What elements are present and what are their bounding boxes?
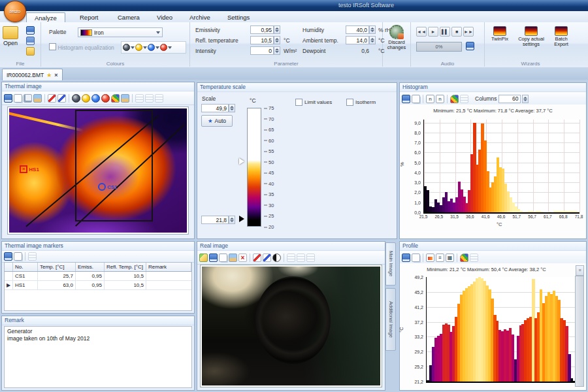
image-overlay-icon[interactable]: [121, 94, 129, 103]
table-row[interactable]: CS1 25,7 0,95 10,5: [5, 272, 191, 281]
hot-spot-yellow-icon[interactable]: [135, 44, 142, 51]
temperature-color-bar[interactable]: [247, 108, 261, 227]
open-button[interactable]: Open: [3, 26, 18, 46]
scale-max-spinner[interactable]: [229, 104, 235, 112]
ambient-temp-spinner[interactable]: [369, 36, 376, 44]
emissivity-spinner[interactable]: [274, 25, 280, 34]
cold-spot-marker[interactable]: CS1: [98, 183, 118, 191]
remark-textarea[interactable]: Generator image taken on 10th of May 201…: [4, 326, 192, 388]
grid-export-icon[interactable]: [155, 94, 163, 103]
pause-button[interactable]: ▌▌: [440, 27, 450, 37]
draw-marker-icon[interactable]: [48, 94, 56, 103]
stop-button[interactable]: ■: [451, 27, 462, 37]
copy-icon[interactable]: [219, 253, 227, 262]
temp-point-icon[interactable]: [72, 94, 80, 103]
row-selector-arrow[interactable]: ▶: [5, 281, 13, 289]
save-icon[interactable]: [4, 94, 12, 103]
palette-icon[interactable]: [460, 253, 468, 262]
save-icon[interactable]: [209, 253, 218, 262]
hot-spot-red-icon[interactable]: [160, 44, 167, 51]
humidity-spinner[interactable]: [369, 25, 376, 34]
copy-actual-settings-button[interactable]: Copy actual settings: [516, 26, 546, 47]
grid-icon[interactable]: [470, 253, 478, 262]
remove-image-icon[interactable]: ×: [238, 253, 247, 262]
scale-min-arrow[interactable]: [239, 216, 244, 222]
tab-camera[interactable]: Camera: [110, 12, 148, 22]
batch-export-button[interactable]: Batch Export: [549, 26, 574, 47]
tab-analyze[interactable]: Analyze: [26, 12, 65, 23]
profile-scrollbar[interactable]: [575, 276, 584, 387]
grid-icon[interactable]: [460, 95, 468, 103]
row-selector[interactable]: [5, 272, 13, 280]
grid-dense-icon[interactable]: [145, 94, 154, 103]
chevron-down-icon[interactable]: [168, 46, 172, 49]
dark-marker-icon[interactable]: [123, 44, 130, 51]
save-icon[interactable]: [4, 252, 12, 261]
contrast-icon[interactable]: [272, 253, 281, 262]
columns-field[interactable]: 60: [498, 95, 521, 103]
palette-icon[interactable]: [450, 95, 459, 103]
chevron-down-icon[interactable]: [155, 46, 159, 49]
favorite-star-icon[interactable]: ★: [46, 72, 52, 78]
copy-icon[interactable]: [14, 252, 22, 261]
profile-values-icon[interactable]: ≡: [436, 253, 444, 262]
tab-video[interactable]: Video: [149, 12, 180, 22]
emissivity-field[interactable]: 0,95: [250, 25, 274, 34]
skip-forward-button[interactable]: ►►: [463, 27, 474, 37]
close-file-icon[interactable]: [26, 47, 35, 56]
zoom-in-icon[interactable]: [306, 253, 315, 262]
ambient-temp-field[interactable]: 14,0: [346, 36, 369, 44]
cold-spot-blue-icon[interactable]: [148, 44, 155, 51]
thermal-image-canvas[interactable]: × HS1 CS1: [9, 108, 187, 233]
palette-dropdown[interactable]: Iron: [78, 27, 163, 37]
hot-spot-marker[interactable]: × HS1: [20, 165, 39, 173]
draw-marker-icon[interactable]: [253, 253, 261, 262]
copy-icon[interactable]: [14, 94, 22, 103]
tab-report[interactable]: Report: [72, 12, 106, 22]
auto-scale-button[interactable]: ★ Auto: [201, 115, 233, 127]
app-orb-button[interactable]: testo: [4, 1, 26, 22]
profile-chart-icon[interactable]: [426, 253, 434, 262]
crop-icon[interactable]: [24, 94, 32, 103]
profile-table-icon[interactable]: ▦: [446, 253, 454, 262]
save-icon[interactable]: [26, 26, 35, 35]
columns-spinner[interactable]: [522, 95, 529, 103]
tab-archive[interactable]: Archive: [182, 12, 218, 22]
document-tab[interactable]: IR000062.BMT ★ ×: [2, 69, 63, 80]
humidity-field[interactable]: 40,0: [346, 25, 369, 34]
open-image-icon[interactable]: [199, 253, 208, 262]
chevron-down-icon[interactable]: [143, 46, 147, 49]
close-tab-icon[interactable]: ×: [54, 72, 57, 78]
tab-settings[interactable]: Settings: [220, 12, 257, 22]
profile-collapse-handle[interactable]: ≡: [576, 265, 584, 276]
discard-changes-button[interactable]: Discard changes: [387, 25, 406, 50]
scale-max-field[interactable]: 49,9: [201, 104, 229, 112]
twinpix-button[interactable]: TwinPix: [486, 26, 514, 42]
count-mode-icon[interactable]: n: [426, 95, 434, 103]
refl-temp-field[interactable]: 10,5: [250, 36, 274, 44]
tab-additional-image[interactable]: Additional Image: [385, 288, 396, 351]
chevron-down-icon[interactable]: [131, 46, 135, 49]
save-icon[interactable]: [402, 253, 410, 262]
measure-rectangle[interactable]: [75, 110, 154, 221]
cold-spot-icon[interactable]: [91, 94, 100, 103]
hot-spot-icon[interactable]: [82, 94, 90, 103]
copy-icon[interactable]: [412, 253, 420, 262]
export-image-icon[interactable]: [229, 253, 237, 262]
play-button[interactable]: ►: [428, 27, 438, 37]
save-as-icon[interactable]: [26, 37, 35, 45]
histogram-eq-checkbox[interactable]: [49, 43, 56, 50]
limit-values-checkbox[interactable]: [295, 99, 302, 106]
isotherm-checkbox[interactable]: [346, 99, 353, 106]
palette-icon[interactable]: [111, 94, 120, 103]
audio-save-icon[interactable]: [466, 42, 474, 50]
scale-max-arrow[interactable]: [239, 158, 244, 165]
refl-temp-spinner[interactable]: [274, 36, 280, 44]
scale-min-spinner[interactable]: [229, 216, 235, 224]
scale-min-field[interactable]: 21,8: [201, 216, 229, 224]
percent-mode-icon[interactable]: n: [436, 95, 444, 103]
draw-profile-icon[interactable]: [263, 253, 271, 262]
intensity-spinner[interactable]: [274, 46, 280, 55]
export-table-icon[interactable]: [28, 252, 37, 261]
hottest-spot-icon[interactable]: [101, 94, 110, 103]
